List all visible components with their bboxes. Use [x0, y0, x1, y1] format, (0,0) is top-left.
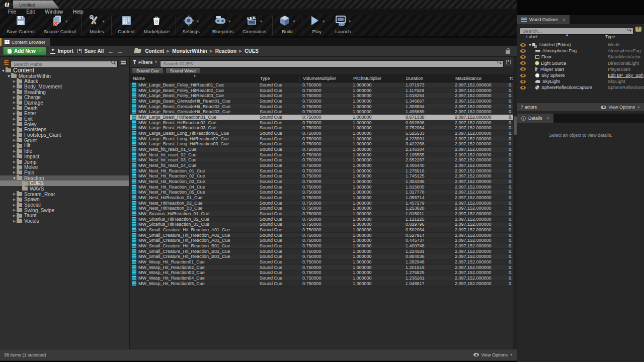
expand-arrow-icon[interactable]: ▶	[12, 203, 17, 207]
table-row[interactable]: MW_Wasp_Hit_Reaction01_CueSound Cue0.750…	[130, 259, 513, 265]
table-row[interactable]: MW_Sicarius_HitReaction_01_CueSound Cue0…	[130, 211, 513, 217]
tree-item-wavs[interactable]: WAVS	[0, 186, 129, 192]
outliner-row-atmospheric-fog[interactable]: Atmospheric FogAtmosphericFog	[517, 48, 644, 54]
table-row[interactable]: MW_Small_Creature_Hit_Reaction_A02_CueSo…	[130, 233, 513, 238]
tree-item-jump[interactable]: ▶Jump	[0, 159, 129, 165]
table-row[interactable]: MW_Large_Beast_GrenadeHit_React02_CueSou…	[130, 104, 513, 110]
tree-item-monsterwithin[interactable]: ▼MonsterWithin	[0, 73, 129, 79]
expand-arrow-icon[interactable]: ▶	[12, 122, 17, 126]
collapse-arrow-icon[interactable]: ▼	[7, 74, 11, 78]
expand-arrow-icon[interactable]: ▶	[12, 133, 17, 137]
save-current-button[interactable]: Save Current	[2, 15, 39, 36]
column-label[interactable]: Label ▲	[517, 34, 605, 41]
visibility-eye-icon[interactable]	[520, 49, 526, 53]
column-to[interactable]: To	[506, 75, 513, 82]
table-row[interactable]: MW_Nest_hit_react_01_CueSound Cue0.75000…	[130, 147, 513, 152]
vertical-scrollbar[interactable]	[513, 57, 517, 350]
table-row[interactable]: MW_Nest_Hit_Reaction_05_CueSound Cue0.75…	[130, 190, 513, 195]
table-row[interactable]: MW_Wasp_Hit_Reaction03_CueSound Cue0.750…	[130, 270, 513, 276]
visibility-eye-icon[interactable]	[520, 80, 526, 83]
table-row[interactable]: MW_Small_Creature_Hit_Reaction_B03_CueSo…	[130, 254, 513, 260]
back-button[interactable]: ←	[108, 48, 114, 55]
tree-item-melee[interactable]: ▶Melee	[0, 164, 129, 170]
outliner-view-options-button[interactable]: View Options ▼	[601, 105, 640, 110]
expand-arrow-icon[interactable]: ▶	[12, 170, 17, 174]
table-row[interactable]: MW_Small_Creature_Hit_Reaction_A01_CueSo…	[130, 227, 513, 233]
expand-arrow-icon[interactable]: ▶	[12, 112, 17, 116]
tree-item-footsteps-giant[interactable]: ▶Footsteps_Giant	[0, 132, 129, 138]
chevron-down-icon[interactable]: ▼	[102, 20, 105, 23]
table-row[interactable]: MW_Nest_Hit_Reaction_02_CueSound Cue0.75…	[130, 173, 513, 179]
chip-sound-wave[interactable]: Sound Wave	[166, 67, 200, 74]
filters-button[interactable]: Filters ▼	[132, 59, 157, 65]
expand-arrow-icon[interactable]: ▶	[12, 149, 17, 153]
tree-item-breathing[interactable]: ▶Breathing	[0, 89, 129, 95]
build-button[interactable]: ▼Build	[274, 15, 300, 36]
tree-item-foley[interactable]: ▶Foley	[0, 122, 129, 127]
table-row[interactable]: MW_Nest_HitReaction_03_CueSound Cue0.750…	[130, 206, 513, 211]
collapse-arrow-icon[interactable]: ▼	[1, 69, 6, 72]
table-row[interactable]: MW_Small_Creature_Hit_Reaction_B02_CueSo…	[130, 249, 513, 254]
table-row[interactable]: MW_Nest_HitReaction_01_CueSound Cue0.750…	[130, 195, 513, 201]
visibility-eye-icon[interactable]	[520, 61, 526, 65]
visibility-eye-icon[interactable]	[520, 74, 526, 77]
column-duration[interactable]: Duration	[403, 75, 452, 82]
expand-arrow-icon[interactable]: ▶	[12, 154, 17, 158]
table-row[interactable]: MW_Sicarius_HitReaction_03_CueSound Cue0…	[130, 222, 513, 227]
tree-item-death[interactable]: ▶Death	[0, 106, 129, 111]
tree-item-charge[interactable]: ▶Charge	[0, 95, 129, 100]
expand-arrow-icon[interactable]: ▶	[12, 165, 17, 169]
table-row[interactable]: MW_Nest_Hit_Reaction_03_CueSound Cue0.75…	[130, 179, 513, 185]
tree-item-body-movement[interactable]: ▶Body_Movement	[0, 84, 129, 89]
save-all-button[interactable]: Save All	[77, 48, 104, 54]
tree-item-grunt[interactable]: ▶Grunt	[0, 138, 129, 143]
outliner-row-untitled-editor-[interactable]: ▼Untitled (Editor)World	[517, 42, 644, 48]
level-tab[interactable]: Untitled	[13, 1, 59, 9]
outliner-search-input[interactable]	[520, 28, 633, 35]
breadcrumb-content[interactable]: Content	[145, 48, 164, 54]
chevron-down-icon[interactable]: ▼	[228, 20, 231, 23]
expand-arrow-icon[interactable]: ▶	[12, 79, 17, 83]
tree-item-damage[interactable]: ▶Damage	[0, 100, 129, 106]
outliner-row-skylight[interactable]: SkyLightSkyLight	[517, 78, 644, 84]
cinematics-button[interactable]: ▼Cinematics	[238, 15, 271, 36]
edit-blueprint-link[interactable]: Edit BP_Sky_Sph	[608, 73, 644, 78]
tree-item-enter[interactable]: ▶Enter	[0, 111, 129, 117]
column-pitchmultiplier[interactable]: PitchMultiplier	[350, 75, 403, 82]
table-row[interactable]: MW_Sicarius_HitReaction_02_CueSound Cue0…	[130, 217, 513, 222]
menu-window[interactable]: Window	[40, 9, 68, 15]
search-assets-input[interactable]	[160, 60, 504, 67]
table-row[interactable]: MW_Small_Creature_Hit_Reaction_A03_CueSo…	[130, 238, 513, 243]
column-name[interactable]: Name▲	[130, 75, 257, 82]
table-row[interactable]: MW_Nest_HitReaction_02_CueSound Cue0.750…	[130, 201, 513, 206]
chevron-down-icon[interactable]: ▼	[196, 20, 200, 23]
chevron-down-icon[interactable]: ▼	[322, 20, 326, 23]
tree-item-cues[interactable]: CUES	[0, 180, 129, 186]
tree-item-spawn[interactable]: ▶Spawn	[0, 197, 129, 203]
table-row[interactable]: MW_Nest_hit_react_02_CueSound Cue0.75000…	[130, 152, 513, 158]
expand-arrow-icon[interactable]: ▶	[12, 101, 17, 105]
table-row[interactable]: MW_Large_Beast_HitReaction02_CueSound Cu…	[130, 120, 513, 126]
visibility-eye-icon[interactable]	[520, 43, 526, 47]
outliner-row-spherereflectioncapture[interactable]: SphereReflectionCaptureSphereReflectionC	[517, 84, 644, 90]
menu-help[interactable]: Help	[68, 9, 89, 15]
outliner-row-floor[interactable]: FloorStaticMeshActor	[517, 54, 644, 60]
table-row[interactable]: MW_Large_Beast_HitReaction01_CueSound Cu…	[130, 115, 513, 120]
table-row[interactable]: MW_Wasp_Hit_Reaction02_CueSound Cue0.750…	[130, 265, 513, 270]
column-maxdistance[interactable]: MaxDistance	[452, 75, 506, 82]
column-volumemultiplier[interactable]: VolumeMultiplier	[299, 75, 350, 82]
tree-item-reaction[interactable]: ▼Reaction	[0, 175, 129, 181]
view-options-button[interactable]: View Options ▼	[473, 352, 513, 357]
table-row[interactable]: MW_Wasp_Hit_Reaction04_CueSound Cue0.750…	[130, 276, 513, 281]
expand-arrow-icon[interactable]: ▶	[12, 214, 17, 218]
expand-arrow-icon[interactable]: ▶	[12, 192, 17, 196]
visibility-eye-icon[interactable]	[520, 55, 526, 59]
expand-arrow-icon[interactable]: ▶	[12, 160, 17, 164]
blueprints-button[interactable]: ▼Blueprints	[208, 15, 238, 36]
play-button[interactable]: ▼Play	[304, 15, 330, 36]
collapse-arrow-icon[interactable]: ▼	[528, 43, 532, 47]
import-button[interactable]: Import	[50, 48, 73, 54]
tree-item-exit[interactable]: ▶Exit	[0, 116, 129, 122]
sources-toggle-icon[interactable]	[2, 60, 9, 65]
table-row[interactable]: MW_Large_Beast_HitReaction03_CueSound Cu…	[130, 125, 513, 131]
